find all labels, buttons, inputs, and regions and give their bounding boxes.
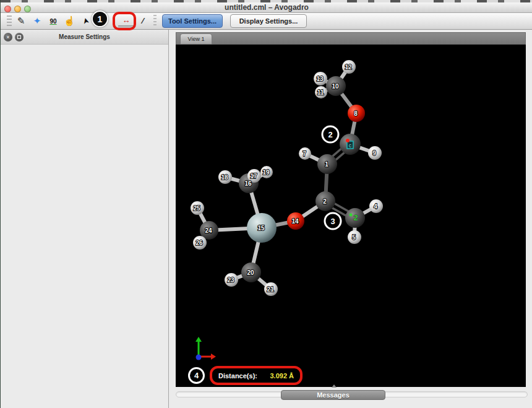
annotation-step-2-number: 2 bbox=[328, 130, 332, 139]
messages-button[interactable]: Messages bbox=[281, 390, 385, 400]
atom-label: 18 bbox=[221, 174, 228, 181]
panel-float-icon[interactable] bbox=[15, 33, 24, 41]
atom-label: 19 bbox=[262, 169, 270, 176]
distance-value: 3.092 Å bbox=[270, 372, 294, 380]
selected-atom-2-label: 2 bbox=[353, 213, 358, 222]
align-tool-icon[interactable]: ⁄⁄ bbox=[134, 13, 150, 29]
toolbar-grip-icon bbox=[7, 15, 12, 27]
panel-title: Measure Settings bbox=[59, 33, 110, 40]
messages-caret-icon bbox=[332, 384, 337, 388]
tool-settings-button[interactable]: Tool Settings... bbox=[162, 14, 223, 28]
manipulate-tool-icon[interactable]: ☝ bbox=[61, 13, 77, 29]
selected-atom-1-dot bbox=[346, 139, 350, 142]
atom-label: 4 bbox=[374, 203, 377, 210]
main-area: View 1 121310118971245141516171819252426… bbox=[169, 30, 532, 408]
axis-z-dot bbox=[196, 355, 202, 360]
atom-label: 23 bbox=[227, 277, 234, 284]
draw-tool-icon[interactable]: ✎ bbox=[13, 13, 29, 29]
atom-label: 13 bbox=[316, 76, 324, 82]
bond-centric-tool-icon[interactable]: 90 bbox=[45, 13, 61, 29]
atom-label: 25 bbox=[193, 205, 200, 212]
annotation-highlight-measure-tool bbox=[113, 12, 136, 30]
view-tab-bar: View 1 bbox=[176, 32, 526, 45]
annotation-step-3-number: 3 bbox=[330, 217, 335, 226]
atom-label: 5 bbox=[352, 234, 356, 241]
atom-label: 9 bbox=[372, 150, 376, 157]
atom-label: 26 bbox=[195, 240, 203, 246]
minimize-window-button[interactable] bbox=[14, 6, 21, 12]
atom-label: 17 bbox=[250, 173, 257, 180]
tool-toolbar: ✎✦90☝➤↻↔⁄⁄ 1 Tool Settings... Display Se… bbox=[1, 13, 532, 30]
avogadro-window: untitled.cml – Avogadro ✎✦90☝➤↻↔⁄⁄ 1 Too… bbox=[0, 0, 532, 408]
navigate-tool-icon[interactable]: ✦ bbox=[29, 13, 45, 29]
atom-label: 10 bbox=[332, 83, 339, 90]
close-window-button[interactable] bbox=[4, 6, 11, 12]
atom-label: 1 bbox=[325, 161, 328, 168]
atom-label: 7 bbox=[302, 150, 306, 157]
bottom-bar: Messages bbox=[169, 387, 532, 408]
display-settings-button[interactable]: Display Settings... bbox=[230, 14, 307, 28]
panel-close-icon[interactable]: × bbox=[4, 33, 12, 41]
annotation-highlight-distance: Distance(s): 3.092 Å bbox=[210, 366, 302, 385]
selected-atom-2-dot bbox=[350, 214, 353, 217]
axis-x-arrowhead bbox=[211, 354, 216, 360]
selected-atom-1-glyph: c bbox=[349, 142, 352, 149]
distance-label: Distance(s): bbox=[218, 372, 257, 380]
toolbar-separator bbox=[153, 15, 157, 27]
panel-header: × Measure Settings bbox=[1, 30, 168, 45]
atom-label: 21 bbox=[267, 286, 274, 293]
annotation-step-1-badge: 1 bbox=[92, 11, 108, 27]
measure-settings-panel: × Measure Settings bbox=[1, 30, 169, 408]
molecule-scene: 121310118971245141516171819252426202321c… bbox=[176, 45, 526, 387]
atom-label: 11 bbox=[317, 89, 324, 96]
atom-label: 8 bbox=[354, 110, 358, 117]
title-bar[interactable]: untitled.cml – Avogadro bbox=[1, 2, 532, 13]
zoom-window-button[interactable] bbox=[24, 6, 31, 12]
tab-view-1[interactable]: View 1 bbox=[180, 33, 212, 45]
atom-label: 15 bbox=[257, 225, 265, 232]
axis-y-arrowhead bbox=[195, 337, 202, 342]
molecule-viewport[interactable]: 121310118971245141516171819252426202321c… bbox=[176, 45, 526, 387]
atom-label: 24 bbox=[205, 227, 212, 234]
atom-label: 12 bbox=[345, 64, 352, 71]
window-title: untitled.cml – Avogadro bbox=[225, 3, 309, 12]
atom-label: 16 bbox=[244, 180, 252, 187]
atom-label: 2 bbox=[323, 198, 327, 205]
atom-label: 20 bbox=[247, 269, 254, 276]
atom-label: 14 bbox=[291, 218, 299, 225]
annotation-step-4-badge: 4 bbox=[188, 367, 205, 384]
